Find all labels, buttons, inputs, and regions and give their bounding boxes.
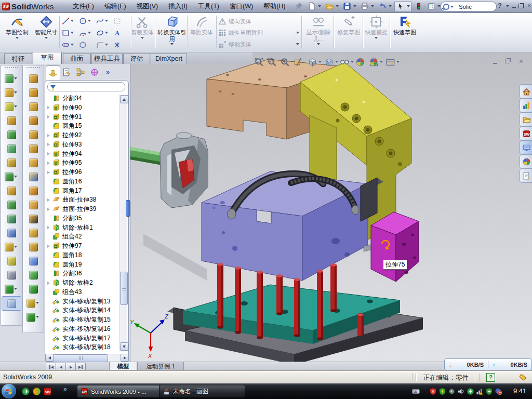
zoom-magnifier-button[interactable] [280, 56, 290, 68]
menu-edit[interactable]: 编辑(E) [99, 1, 131, 12]
tree-filter-box[interactable] [47, 82, 125, 91]
offset-surface-button[interactable] [24, 156, 43, 169]
dropdown-icon[interactable] [36, 302, 39, 304]
dropdown-icon[interactable] [88, 32, 91, 34]
swept-surface-button[interactable] [24, 86, 43, 99]
tree-item[interactable]: 拉伸95 [46, 158, 126, 167]
selection-box-tool-button[interactable] [113, 15, 128, 26]
tree-item[interactable]: 分割36 [46, 269, 126, 278]
document-restore-button[interactable] [502, 57, 513, 65]
combine-bodies-button[interactable] [2, 212, 21, 225]
sketch-fillet-tool-button[interactable] [96, 39, 111, 50]
menu-file[interactable]: 文件(F) [68, 1, 99, 12]
expand-arrow-icon[interactable] [47, 152, 50, 155]
dropdown-icon[interactable] [105, 20, 108, 22]
quicklaunch-security-ball-button[interactable] [32, 387, 41, 396]
dropdown-icon[interactable] [318, 5, 321, 7]
arc-tool-button[interactable] [78, 27, 94, 38]
curve-through-points-button[interactable] [2, 268, 21, 282]
thicken-button[interactable] [24, 184, 43, 197]
document-minimize-button[interactable] [489, 57, 501, 65]
ellipse-tool-button[interactable] [96, 27, 111, 38]
model-gray-rod[interactable] [143, 234, 207, 281]
toolbar-drag-handle[interactable] [26, 67, 40, 70]
nav-first-button[interactable] [46, 363, 56, 371]
tree-item[interactable]: 组合43 [46, 288, 126, 297]
swept-boss-button[interactable] [2, 114, 21, 127]
model-3d-exploded-mold[interactable]: Y Z X [130, 52, 532, 362]
dropdown-icon[interactable] [71, 20, 74, 22]
tree-item[interactable]: 拉伸91 [46, 113, 126, 122]
horizontal-scroll-thumb[interactable] [53, 354, 108, 362]
tree-item[interactable]: 实体-移动/复制16 [46, 325, 126, 334]
expand-arrow-icon[interactable] [47, 282, 50, 285]
line-tool-button[interactable] [61, 15, 77, 26]
tree-item[interactable]: 拉伸93 [46, 140, 126, 149]
menu-window[interactable]: 窗口(W) [224, 1, 258, 12]
nav-last-button[interactable] [75, 363, 86, 371]
dropdown-icon[interactable] [14, 77, 17, 79]
section-view-button[interactable] [293, 56, 303, 68]
file-explorer-tab[interactable] [520, 112, 532, 127]
filled-surface-button[interactable] [24, 128, 43, 141]
rebuild-button[interactable] [413, 2, 424, 11]
menu-tools[interactable]: 工具(T) [193, 1, 224, 12]
model-magenta-block[interactable] [371, 212, 419, 282]
tree-item[interactable]: 圆角19 [46, 260, 126, 269]
tree-item[interactable]: 切除-放样1 [46, 223, 126, 232]
tab-曲面[interactable]: 曲面 [63, 53, 91, 64]
measure-button[interactable] [2, 296, 21, 311]
dropdown-icon[interactable] [336, 5, 339, 7]
scroll-down-button[interactable] [120, 342, 128, 351]
quick-tips-badge[interactable]: ? [486, 373, 495, 382]
vertical-scroll-thumb[interactable] [120, 272, 128, 305]
panel-overflow-button[interactable]: » [106, 68, 110, 76]
tree-item[interactable]: 拉伸92 [46, 131, 126, 140]
sketch-button[interactable]: 草图绘制 [3, 14, 31, 49]
model-gray-block[interactable] [160, 132, 208, 208]
tree-item[interactable]: 曲面-拉伸39 [46, 205, 126, 214]
search-scope-dropdown-icon[interactable] [450, 6, 454, 8]
helix-spiral-button[interactable] [2, 282, 21, 296]
slot-tool-button[interactable] [61, 39, 77, 50]
tree-item[interactable]: 分割34 [46, 94, 126, 103]
menu-help[interactable]: 帮助(H) [258, 1, 290, 12]
expand-arrow-icon[interactable] [47, 245, 50, 248]
spline-tool-button[interactable] [96, 15, 111, 26]
revolved-boss-button[interactable] [2, 86, 21, 99]
spiral-curve-button[interactable] [24, 310, 43, 324]
rectangle-tool-button[interactable] [61, 27, 77, 38]
expand-arrow-icon[interactable] [47, 171, 50, 174]
toolbox-tab[interactable]: SW [520, 126, 532, 141]
radiate-surface-button[interactable] [24, 198, 43, 211]
open-button[interactable] [324, 2, 340, 11]
tree-vertical-scrollbar[interactable] [119, 95, 127, 351]
dropdown-icon[interactable] [71, 32, 74, 34]
expand-arrow-icon[interactable] [47, 106, 50, 109]
scroll-left-button[interactable] [45, 354, 54, 362]
extruded-boss-button[interactable] [2, 72, 21, 85]
tree-item[interactable]: 实体-移动/复制15 [46, 315, 126, 324]
smart-dimension-button[interactable]: 智能尺寸 [32, 14, 60, 49]
dropdown-icon[interactable] [396, 61, 400, 63]
tray-network-warning-icon[interactable] [476, 388, 484, 395]
expand-arrow-icon[interactable] [47, 226, 50, 229]
dropdown-icon[interactable] [16, 37, 19, 39]
circle-tool-button[interactable] [78, 15, 94, 26]
expand-arrow-icon[interactable] [47, 208, 50, 211]
tree-item[interactable]: 拉伸90 [46, 103, 126, 112]
expand-arrow-icon[interactable] [47, 198, 50, 202]
taskbar-window-2[interactable]: 未命名 - 画图 [159, 385, 245, 398]
window-restore-button[interactable] [518, 3, 525, 9]
document-close-button[interactable]: × [515, 57, 527, 65]
expand-arrow-icon[interactable] [47, 162, 50, 165]
quick-launch-chevron[interactable]: » [63, 385, 67, 393]
move-copy-body-button[interactable] [2, 226, 21, 240]
tag-icon[interactable] [518, 373, 527, 382]
quicklaunch-messenger-button[interactable] [21, 387, 30, 396]
filter-input[interactable] [58, 83, 129, 90]
featuremanager-tab[interactable] [46, 65, 60, 81]
zoom-to-area-button[interactable] [267, 56, 277, 68]
model-red-cylinder[interactable] [357, 313, 364, 336]
scroll-up-button[interactable] [120, 95, 128, 103]
